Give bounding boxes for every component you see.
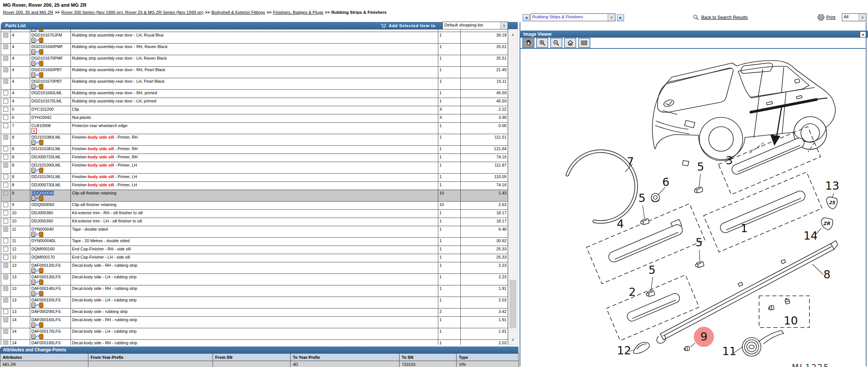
table-row[interactable]: 5DYC101200ClipX2.22 (1, 106, 508, 114)
part-number-link[interactable]: CLB10008 (31, 123, 51, 128)
callout-1[interactable]: 1 (740, 222, 748, 235)
part-number-link[interactable]: DDJ000380 (31, 211, 53, 215)
part-number-link[interactable]: DAF000120LFS (31, 263, 61, 268)
part-number-link[interactable]: DGD101670PMF (31, 56, 63, 60)
callout-5[interactable]: 5 (638, 192, 645, 205)
home-view-button[interactable] (564, 38, 576, 48)
table-row[interactable]: 8DDJ101080LML⇄Finisher-body side sill - … (1, 134, 508, 146)
row-checkbox[interactable] (3, 174, 8, 179)
table-row[interactable]: 4DGD101660PMF⇄Rubbing strip assembly-rea… (1, 44, 508, 55)
part-number-link[interactable]: DAF000150LFS (31, 298, 61, 302)
collapse-panel-icon[interactable]: ∧ (860, 31, 866, 38)
table-row[interactable]: 9DDQ000050Clip-sill finisher retaining10… (1, 202, 508, 210)
overview-button[interactable] (579, 38, 590, 48)
scroll-down-icon[interactable]: ∨ (508, 335, 517, 344)
part-number-link[interactable]: DDJ000390 (31, 219, 53, 223)
table-row[interactable]: 13DAF000120LFS⇄Decal-body side - RH - ru… (1, 262, 508, 274)
row-checkbox[interactable] (3, 309, 8, 314)
part-number-link[interactable]: DDJ101090LML (31, 163, 61, 167)
callout-5[interactable]: 5 (695, 236, 702, 249)
row-checkbox[interactable] (3, 247, 8, 251)
table-row[interactable]: 9DDQ000040⇄Clip-sill finisher retaining1… (1, 190, 508, 202)
part-number-link[interactable]: DGD101670PBT (31, 79, 62, 83)
part-number-link[interactable]: DGD101670LML (31, 99, 62, 103)
table-row[interactable]: 14DAF000160LFS⇄Decal-body side - RH - ru… (1, 317, 508, 328)
table-row[interactable]: 11DYN000040⇄Tape - double sided16.48 (1, 226, 508, 238)
part-number-link[interactable]: DYH10042 (31, 115, 51, 120)
callout-6[interactable]: 6 (662, 175, 669, 189)
part-number-link[interactable]: DGD101670JFM (31, 33, 62, 37)
part-number-link[interactable]: DDQ000040 (31, 191, 54, 195)
breadcrumb-link[interactable]: Bodyshell & Exterior Fittings (211, 10, 265, 15)
table-row[interactable]: 11DYN000040LTape - 20 Metres - double si… (1, 238, 508, 246)
part-number-link[interactable]: DYC101200 (31, 107, 54, 111)
part-number-link[interactable]: DAF000290LFS (31, 309, 61, 314)
part-number-link[interactable]: DGD101660LML (31, 91, 62, 95)
callout-13[interactable]: 13 (825, 179, 839, 192)
part-number-link[interactable]: DDJ101091LML (31, 174, 61, 179)
table-row[interactable]: 14DAF000180LFS⇄Decal-body side - RH - ru… (1, 340, 508, 345)
table-row[interactable]: 13DAF000140LFS⇄Decal-body side - RH - ru… (1, 285, 508, 297)
callout-5[interactable]: 5 (648, 263, 655, 276)
row-checkbox[interactable] (3, 146, 8, 151)
callout-7[interactable]: 7 (627, 155, 634, 168)
callout-2[interactable]: 2 (629, 285, 636, 298)
table-row[interactable]: 6DYH10042Nut-plasticX3.99 (1, 114, 508, 123)
table-row[interactable]: 4DGD101670PBT⇄Rubbing strip assembly-rea… (1, 78, 508, 90)
callout-3[interactable]: 3 (726, 154, 733, 167)
chevron-down-icon[interactable]: ∨ (859, 14, 866, 21)
part-number-link[interactable]: DAF000180LFS (31, 341, 61, 345)
row-checkbox[interactable] (3, 155, 8, 159)
table-row[interactable]: 7CLB10008XProtector-rear wheelarch edge1… (1, 123, 508, 134)
table-row[interactable]: 4DGD101670LMLRubbing strip assembly-rear… (1, 98, 508, 106)
part-number-link[interactable]: DAF000160LFS (31, 317, 61, 322)
scrollbar-thumb[interactable] (510, 280, 516, 328)
part-number-link[interactable]: DGD101660PBT (31, 67, 62, 72)
breadcrumb-link[interactable]: Rover 200 Series (Nov 1995 on), Rover 25… (61, 10, 203, 15)
row-checkbox[interactable] (3, 202, 8, 207)
table-row[interactable]: 8DDJ000730LMLFinisher-body side sill - P… (1, 182, 508, 190)
row-checkbox[interactable] (3, 115, 8, 120)
callout-4[interactable]: 4 (617, 217, 624, 230)
row-checkbox[interactable] (3, 107, 8, 112)
parts-scrollbar[interactable]: ∧ ∨ (508, 29, 518, 345)
callout-9[interactable]: 9 (700, 330, 707, 343)
callout-11[interactable]: 11 (722, 345, 736, 358)
table-row[interactable]: 4DGD101670JFM⇄Rubbing strip assembly-rea… (1, 32, 508, 44)
table-row[interactable]: 8DDJ000720LMLFinisher-body side sill - P… (1, 154, 508, 162)
part-number-link[interactable]: DAF000130LFS (31, 275, 61, 279)
callout-8[interactable]: 8 (823, 268, 830, 281)
part-number-link[interactable]: DDJ000720LML (31, 155, 61, 159)
table-row[interactable]: 14DAF000170LFS⇄Decal-body side - LH - ru… (1, 328, 508, 340)
shopping-list-select[interactable]: Default shopping list ∨ (442, 22, 508, 29)
next-section-button[interactable]: ▶ (617, 14, 624, 21)
breadcrumb-link[interactable]: Rover 200, 25 and MG ZR (3, 10, 53, 15)
prev-section-button[interactable]: ◀ (523, 14, 530, 21)
diagram-canvas[interactable]: 25 ZR (520, 49, 866, 367)
table-row[interactable]: 10DDJ000390Kit-exterior trim - LH - sill… (1, 218, 508, 226)
table-row[interactable]: 13DAF000130LFS⇄Decal-body side - LH - ru… (1, 274, 508, 285)
callout-14[interactable]: 14 (803, 229, 818, 242)
table-row[interactable]: 4DGD101670PMF⇄Rubbing strip assembly-rea… (1, 55, 508, 67)
row-checkbox[interactable] (3, 238, 8, 243)
row-checkbox[interactable] (3, 211, 8, 215)
callout-5[interactable]: 5 (697, 160, 704, 173)
pan-tool-button[interactable] (523, 38, 534, 48)
row-checkbox[interactable] (3, 183, 8, 187)
scroll-up-icon[interactable]: ∧ (508, 30, 517, 39)
row-checkbox[interactable] (3, 219, 8, 224)
part-number-link[interactable]: DAF000140LFS (31, 286, 61, 291)
callout-10[interactable]: 10 (784, 314, 798, 327)
table-row[interactable]: 8DDJ101091LMLFinisher-body side sill - P… (1, 174, 508, 182)
part-number-link[interactable]: DDQ000050 (31, 202, 54, 207)
part-number-link[interactable]: DDJ101081LML (31, 146, 61, 151)
table-row[interactable]: 12DQM000170End Cap-Finisher - LH - side … (1, 254, 508, 262)
table-row[interactable]: 4DGD101660LMLRubbing strip assembly-rear… (1, 90, 508, 98)
row-checkbox[interactable] (3, 99, 8, 104)
part-number-link[interactable]: DQM000170 (31, 255, 54, 259)
breadcrumb-link[interactable]: Finishers, Badges & Plugs (273, 10, 323, 15)
part-number-link[interactable]: DQM000160 (31, 247, 54, 251)
table-row[interactable]: 13DAF000150LFS⇄Decal-body side - LH - ru… (1, 297, 508, 309)
table-row[interactable]: 10DDJ000380Kit-exterior trim - RH - sill… (1, 210, 508, 218)
part-number-link[interactable]: DDJ000730LML (31, 183, 61, 187)
